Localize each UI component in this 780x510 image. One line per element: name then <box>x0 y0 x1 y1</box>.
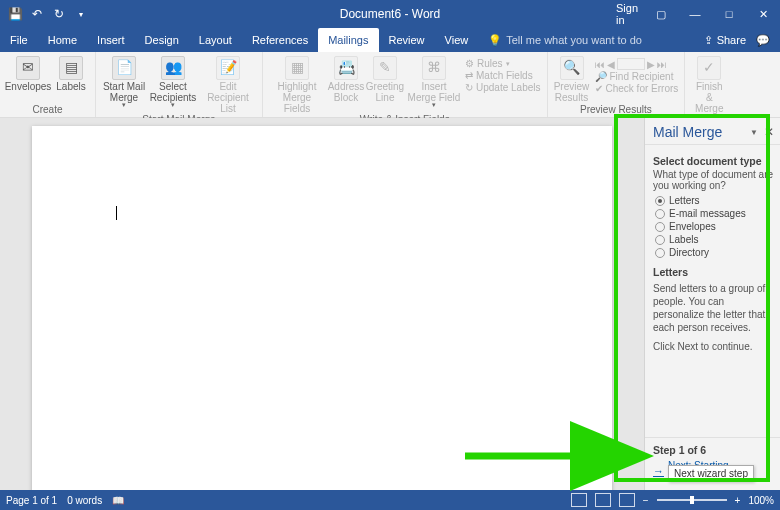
tab-review[interactable]: Review <box>379 28 435 52</box>
arrow-right-icon: → <box>653 465 664 477</box>
tell-me-search[interactable]: 💡 Tell me what you want to do <box>478 28 652 52</box>
window-title: Document6 - Word <box>340 7 440 21</box>
tell-me-placeholder: Tell me what you want to do <box>506 34 642 46</box>
check-errors-button[interactable]: ✔Check for Errors <box>595 83 679 94</box>
tab-references[interactable]: References <box>242 28 318 52</box>
zoom-in-icon[interactable]: + <box>735 495 741 506</box>
write-extra-buttons: ⚙Rules ▾ ⇄Match Fields ↻Update Labels <box>465 54 541 93</box>
first-record-icon[interactable]: ⏮ <box>595 59 605 70</box>
select-doc-type-heading: Select document type <box>653 155 774 167</box>
edit-recipient-list-button[interactable]: 📝 Edit Recipient List <box>200 54 256 114</box>
prev-record-icon[interactable]: ◀ <box>607 59 615 70</box>
dropdown-caret-icon: ▾ <box>506 60 510 68</box>
zoom-level[interactable]: 100% <box>748 495 774 506</box>
proofing-icon[interactable]: 📖 <box>112 495 124 506</box>
start-mail-merge-button[interactable]: 📄 Start Mail Merge ▾ <box>102 54 146 107</box>
document-viewport[interactable] <box>0 118 644 490</box>
select-recipients-button[interactable]: 👥 Select Recipients ▾ <box>149 54 197 107</box>
edit-recipient-list-icon: 📝 <box>216 56 240 80</box>
finish-merge-button[interactable]: ✓ Finish & Merge ▾ <box>691 54 727 118</box>
tooltip-next-wizard-step: Next wizard step <box>668 465 754 482</box>
radio-labels-label: Labels <box>669 234 698 245</box>
document-page[interactable] <box>32 126 612 490</box>
update-labels-icon: ↻ <box>465 82 473 93</box>
radio-envelopes[interactable]: Envelopes <box>655 221 774 232</box>
find-recipient-label: Find Recipient <box>610 71 674 82</box>
lightbulb-icon: 💡 <box>488 34 502 47</box>
tab-layout[interactable]: Layout <box>189 28 242 52</box>
close-icon[interactable]: ✕ <box>746 0 780 28</box>
tab-file[interactable]: File <box>0 28 38 52</box>
zoom-out-icon[interactable]: − <box>643 495 649 506</box>
mail-merge-task-pane: Mail Merge ▼ ✕ Select document type What… <box>644 118 780 490</box>
group-preview-label: Preview Results <box>554 104 679 117</box>
next-record-icon[interactable]: ▶ <box>647 59 655 70</box>
address-block-button[interactable]: 📇 Address Block <box>328 54 364 103</box>
radio-email-label: E-mail messages <box>669 208 746 219</box>
preview-results-label: Preview Results <box>554 81 590 103</box>
print-layout-icon[interactable] <box>595 493 611 507</box>
radio-email[interactable]: E-mail messages <box>655 208 774 219</box>
task-pane-menu-icon[interactable]: ▼ <box>750 128 758 137</box>
find-recipient-icon: 🔎 <box>595 71 607 82</box>
update-labels-button[interactable]: ↻Update Labels <box>465 82 541 93</box>
share-button[interactable]: ⇪ Share <box>704 34 746 47</box>
highlight-merge-fields-button[interactable]: ▦ Highlight Merge Fields <box>269 54 325 114</box>
rules-icon: ⚙ <box>465 58 474 69</box>
save-icon[interactable]: 💾 <box>8 7 22 21</box>
address-block-icon: 📇 <box>334 56 358 80</box>
greeting-line-button[interactable]: ✎ Greeting Line <box>367 54 403 103</box>
group-create-label: Create <box>6 104 89 117</box>
select-recipients-icon: 👥 <box>161 56 185 80</box>
tab-insert[interactable]: Insert <box>87 28 135 52</box>
minimize-icon[interactable]: — <box>678 0 712 28</box>
undo-icon[interactable]: ↶ <box>30 7 44 21</box>
labels-icon: ▤ <box>59 56 83 80</box>
record-number-input[interactable] <box>617 58 645 70</box>
find-recipient-button[interactable]: 🔎Find Recipient <box>595 71 679 82</box>
dropdown-caret-icon: ▾ <box>432 103 436 107</box>
radio-labels[interactable]: Labels <box>655 234 774 245</box>
highlight-icon: ▦ <box>285 56 309 80</box>
radio-letters[interactable]: Letters <box>655 195 774 206</box>
sign-in-link[interactable]: Sign in <box>610 0 644 28</box>
last-record-icon[interactable]: ⏭ <box>657 59 667 70</box>
page-number[interactable]: Page 1 of 1 <box>6 495 57 506</box>
tab-design[interactable]: Design <box>135 28 189 52</box>
group-finish: ✓ Finish & Merge ▾ Finish <box>685 52 733 117</box>
insert-merge-field-button[interactable]: ⌘ Insert Merge Field ▾ <box>406 54 462 107</box>
redo-icon[interactable]: ↻ <box>52 7 66 21</box>
record-nav[interactable]: ⏮ ◀ ▶ ⏭ <box>595 58 679 70</box>
envelopes-button[interactable]: ✉ Envelopes <box>6 54 50 92</box>
comments-icon[interactable]: 💬 <box>756 34 770 47</box>
titlebar: 💾 ↶ ↻ ▾ Document6 - Word Sign in ▢ — □ ✕ <box>0 0 780 28</box>
radio-icon <box>655 222 665 232</box>
maximize-icon[interactable]: □ <box>712 0 746 28</box>
wizard-step-label: Step 1 of 6 <box>653 444 774 456</box>
tab-view[interactable]: View <box>435 28 479 52</box>
radio-icon <box>655 209 665 219</box>
tab-mailings[interactable]: Mailings <box>318 28 378 52</box>
ribbon-display-options-icon[interactable]: ▢ <box>644 0 678 28</box>
web-layout-icon[interactable] <box>619 493 635 507</box>
letters-desc: Send letters to a group of people. You c… <box>653 282 774 334</box>
continue-hint: Click Next to continue. <box>653 340 774 353</box>
task-pane-close-icon[interactable]: ✕ <box>764 125 774 139</box>
envelopes-label: Envelopes <box>5 81 52 92</box>
qat-customize-icon[interactable]: ▾ <box>74 7 88 21</box>
rules-button[interactable]: ⚙Rules ▾ <box>465 58 541 69</box>
insert-merge-field-label: Insert Merge Field <box>406 81 462 103</box>
zoom-slider[interactable] <box>657 499 727 501</box>
group-preview-results: 🔍 Preview Results ⏮ ◀ ▶ ⏭ 🔎Find Recipien… <box>548 52 686 117</box>
radio-icon <box>655 196 665 206</box>
labels-button[interactable]: ▤ Labels <box>53 54 89 92</box>
read-mode-icon[interactable] <box>571 493 587 507</box>
word-count[interactable]: 0 words <box>67 495 102 506</box>
ribbon-tabs: File Home Insert Design Layout Reference… <box>0 28 780 52</box>
preview-results-button[interactable]: 🔍 Preview Results <box>554 54 590 103</box>
status-bar: Page 1 of 1 0 words 📖 − + 100% <box>0 490 780 510</box>
radio-directory[interactable]: Directory <box>655 247 774 258</box>
share-icon: ⇪ <box>704 34 713 47</box>
tab-home[interactable]: Home <box>38 28 87 52</box>
match-fields-button[interactable]: ⇄Match Fields <box>465 70 541 81</box>
